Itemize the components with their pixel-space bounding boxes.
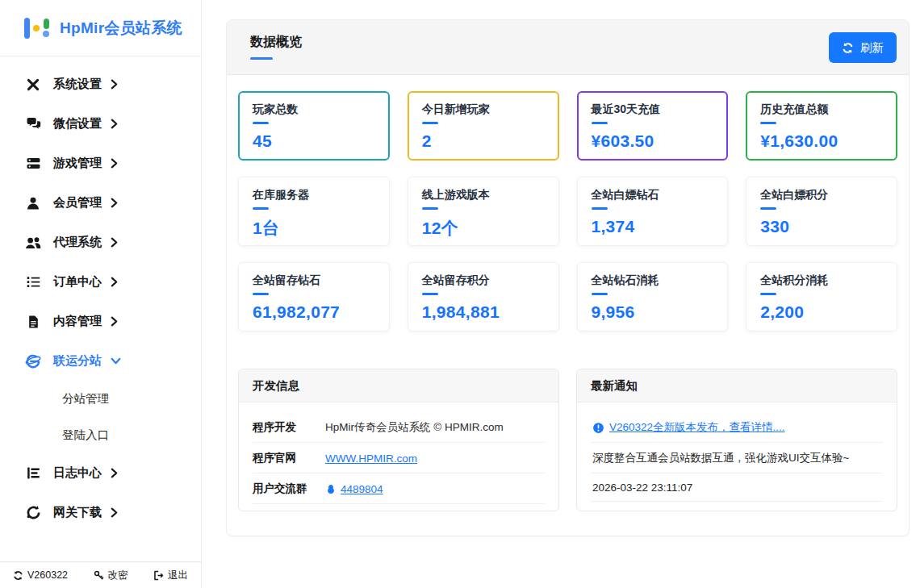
sidebar-item-label: 系统设置 bbox=[53, 77, 102, 92]
sidebar-subitem-login-entry[interactable]: 登陆入口 bbox=[0, 417, 201, 453]
sidebar-item-label: 订单中心 bbox=[53, 274, 102, 290]
sidebar-subitem-label: 分站管理 bbox=[62, 391, 109, 407]
dev-row-label: 程序官网 bbox=[253, 451, 325, 465]
notice-text: 深度整合互通会员站数据互通，强化游戏UI交互体验~ bbox=[592, 451, 849, 465]
sidebar-item-label: 代理系统 bbox=[53, 235, 102, 250]
stat-label: 全站留存钻石 bbox=[253, 273, 375, 288]
change-password-label: 改密 bbox=[108, 569, 128, 582]
sidebar-item-content-management[interactable]: 内容管理 bbox=[0, 302, 201, 341]
chevron-right-icon bbox=[111, 468, 118, 478]
sidebar-subitem-substation-management[interactable]: 分站管理 bbox=[0, 381, 201, 417]
stat-label: 最近30天充值 bbox=[592, 102, 714, 117]
logout-button[interactable]: 退出 bbox=[153, 569, 188, 582]
stat-value: 12个 bbox=[422, 217, 545, 240]
stat-card-free-points: 全站白嫖积分 330 bbox=[746, 177, 897, 246]
dev-row-label: 用户交流群 bbox=[253, 482, 325, 496]
stat-accent-bar bbox=[760, 122, 776, 124]
stat-card-recharge-30-days: 最近30天充值 ¥603.50 bbox=[577, 91, 729, 161]
users-icon bbox=[25, 235, 41, 251]
sidebar-item-label: 游戏管理 bbox=[53, 156, 102, 171]
chevron-down-icon bbox=[111, 357, 121, 365]
stat-value: 61,982,077 bbox=[253, 302, 375, 322]
stat-accent-bar bbox=[592, 293, 608, 295]
notice-item-timestamp: 2026-03-22 23:11:07 bbox=[591, 473, 883, 502]
sidebar-item-label: 微信设置 bbox=[53, 116, 102, 131]
stat-value: 2,200 bbox=[760, 302, 883, 322]
dev-info-title: 开发信息 bbox=[239, 369, 558, 402]
sidebar-item-member-management[interactable]: 会员管理 bbox=[0, 183, 201, 223]
dev-row-user-group: 用户交流群 4489804 bbox=[253, 473, 545, 504]
sidebar-subitem-label: 登陆入口 bbox=[62, 427, 109, 443]
logo-icon bbox=[24, 18, 49, 39]
stat-label: 在库服务器 bbox=[253, 188, 375, 202]
dev-info-panel: 开发信息 程序开发 HpMir传奇会员站系统 © HPMIR.com 程序官网 … bbox=[238, 369, 559, 511]
stat-accent-bar bbox=[253, 122, 269, 124]
chevron-right-icon bbox=[111, 119, 118, 129]
chevron-right-icon bbox=[111, 316, 118, 327]
stat-label: 全站白嫖积分 bbox=[760, 188, 883, 202]
stat-label: 历史充值总额 bbox=[760, 102, 883, 117]
sidebar-item-log-center[interactable]: 日志中心 bbox=[0, 453, 201, 493]
change-password-button[interactable]: 改密 bbox=[94, 569, 128, 582]
info-icon bbox=[592, 422, 604, 434]
sidebar-item-label: 内容管理 bbox=[53, 314, 102, 329]
panel-header: 数据概览 刷新 bbox=[227, 20, 909, 75]
dev-row-label: 程序开发 bbox=[253, 420, 325, 435]
notice-item-description: 深度整合互通会员站数据互通，强化游戏UI交互体验~ bbox=[591, 443, 883, 473]
notice-title: 最新通知 bbox=[577, 369, 897, 402]
version-label: V260322 bbox=[27, 569, 68, 581]
sidebar-item-wechat-settings[interactable]: 微信设置 bbox=[0, 104, 201, 144]
chevron-right-icon bbox=[111, 237, 118, 248]
sidebar: HpMir会员站系统 系统设置 微信设置 游戏管理 bbox=[0, 0, 202, 588]
sidebar-item-union-substation[interactable]: 联运分站 bbox=[0, 341, 201, 381]
notice-link[interactable]: V260322全新版本发布，查看详情.... bbox=[609, 420, 785, 435]
qq-group-link[interactable]: 4489804 bbox=[341, 483, 383, 495]
tools-icon bbox=[25, 77, 41, 93]
main-panel: 数据概览 刷新 玩家总数 45 今日新增玩家 2 最近30天充值 ¥ bbox=[226, 19, 910, 536]
chevron-right-icon bbox=[111, 158, 118, 169]
stat-accent-bar bbox=[422, 207, 438, 210]
dev-row-website: 程序官网 WWW.HPMIR.com bbox=[253, 443, 545, 473]
user-icon bbox=[25, 195, 41, 211]
sidebar-item-label: 网关下载 bbox=[53, 505, 102, 520]
title-accent-bar bbox=[250, 57, 273, 60]
stat-card-diamonds-consumed: 全站钻石消耗 9,956 bbox=[577, 262, 729, 332]
version-badge[interactable]: V260322 bbox=[13, 569, 68, 581]
sidebar-item-order-center[interactable]: 订单中心 bbox=[0, 262, 201, 302]
file-icon bbox=[25, 314, 41, 330]
stat-cards-grid: 玩家总数 45 今日新增玩家 2 最近30天充值 ¥603.50 历史充值总额 … bbox=[238, 91, 897, 332]
notice-panel: 最新通知 V260322全新版本发布，查看详情.... 深度整合互通会员站数据互… bbox=[576, 369, 897, 511]
sidebar-item-game-management[interactable]: 游戏管理 bbox=[0, 144, 201, 183]
sidebar-item-label: 会员管理 bbox=[53, 195, 102, 211]
stat-value: 1台 bbox=[253, 217, 375, 240]
official-site-link[interactable]: WWW.HPMIR.com bbox=[325, 452, 417, 465]
sidebar-item-label: 日志中心 bbox=[53, 465, 102, 481]
stat-accent-bar bbox=[592, 122, 608, 124]
refresh-button[interactable]: 刷新 bbox=[829, 32, 897, 63]
refresh-label: 刷新 bbox=[860, 40, 884, 56]
stat-accent-bar bbox=[422, 122, 438, 124]
stat-value: 1,984,881 bbox=[422, 302, 545, 322]
ie-icon bbox=[25, 353, 41, 369]
stat-value: 330 bbox=[760, 217, 883, 236]
sidebar-item-agent-system[interactable]: 代理系统 bbox=[0, 223, 201, 262]
dev-row-developer: 程序开发 HpMir传奇会员站系统 © HPMIR.com bbox=[253, 412, 545, 443]
stat-card-total-players: 玩家总数 45 bbox=[238, 91, 390, 161]
list-icon bbox=[25, 274, 41, 290]
sidebar-item-system-settings[interactable]: 系统设置 bbox=[0, 65, 201, 104]
sync-circle-icon bbox=[25, 505, 41, 521]
stat-label: 线上游戏版本 bbox=[422, 188, 545, 202]
stat-card-servers-in-stock: 在库服务器 1台 bbox=[238, 177, 390, 246]
key-icon bbox=[94, 570, 104, 581]
stat-value: 9,956 bbox=[592, 302, 714, 322]
stat-value: 2 bbox=[422, 131, 545, 151]
dev-row-value: HpMir传奇会员站系统 © HPMIR.com bbox=[325, 420, 504, 435]
sidebar-item-gateway-download[interactable]: 网关下载 bbox=[0, 493, 201, 532]
qq-icon bbox=[325, 483, 337, 495]
refresh-icon bbox=[842, 42, 854, 54]
chevron-right-icon bbox=[111, 198, 118, 208]
sidebar-item-label: 联运分站 bbox=[53, 353, 102, 369]
stat-card-points-consumed: 全站积分消耗 2,200 bbox=[746, 262, 897, 332]
sync-icon bbox=[13, 570, 23, 581]
stat-value: 45 bbox=[253, 131, 375, 151]
